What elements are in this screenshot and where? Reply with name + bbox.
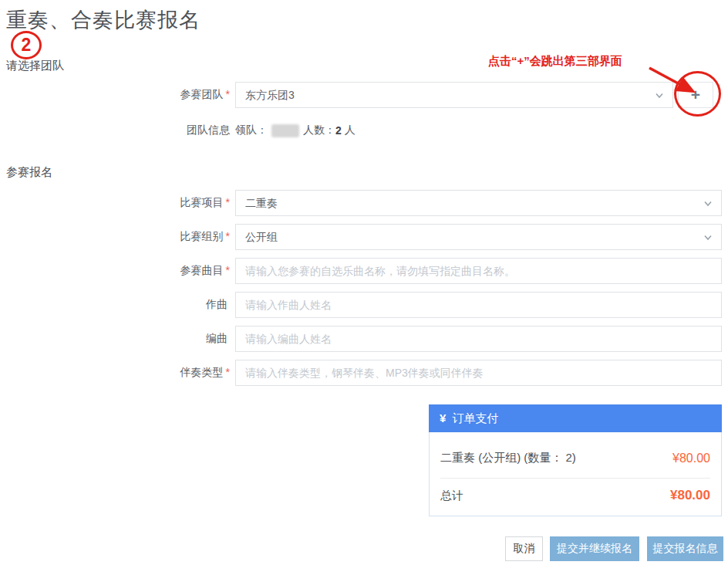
- field-row-group: 比赛组别* 公开组: [0, 224, 722, 250]
- submit-registration-button[interactable]: 提交报名信息: [647, 536, 723, 561]
- step-number: 2: [22, 35, 32, 56]
- add-team-button[interactable]: +: [678, 82, 713, 108]
- step-2-annotation-circle: 2: [11, 31, 42, 59]
- field-row-event: 比赛项目* 二重奏: [0, 190, 722, 216]
- payment-item-price: ¥80.00: [672, 452, 710, 465]
- chevron-down-icon: [703, 199, 713, 208]
- field-label: 比赛组别*: [0, 230, 235, 244]
- members-count: 2: [335, 124, 342, 137]
- payment-total-row: 总计 ¥80.00: [440, 478, 710, 516]
- event-select-value: 二重奏: [245, 197, 278, 209]
- members-label: 人数：: [303, 123, 335, 137]
- field-label: 作曲: [0, 298, 235, 312]
- field-label: 参赛曲目*: [0, 264, 235, 278]
- field-row-composer: 作曲: [0, 292, 722, 318]
- payment-total-price: ¥80.00: [670, 488, 710, 503]
- payment-item-row: 二重奏 (公开组) (数量： 2) ¥80.00: [440, 432, 710, 478]
- yen-icon: ¥: [440, 411, 446, 425]
- order-payment-body: 二重奏 (公开组) (数量： 2) ¥80.00 总计 ¥80.00: [429, 432, 722, 516]
- order-payment-title: 订单支付: [452, 411, 498, 425]
- chevron-down-icon: [655, 91, 664, 100]
- team-select-value: 东方乐团3: [245, 89, 295, 101]
- order-payment-panel: ¥订单支付 二重奏 (公开组) (数量： 2) ¥80.00 总计 ¥80.00: [429, 404, 722, 516]
- chevron-down-icon: [703, 233, 713, 242]
- required-asterisk: *: [226, 196, 230, 208]
- field-row-accompaniment: 伴奏类型*: [0, 360, 722, 386]
- team-select-row: 参赛团队* 东方乐团3 +: [0, 82, 722, 108]
- required-asterisk: *: [226, 264, 230, 276]
- piece-input[interactable]: [235, 258, 722, 284]
- event-select[interactable]: 二重奏: [235, 190, 722, 216]
- field-label: 伴奏类型*: [0, 366, 235, 380]
- required-asterisk: *: [226, 88, 230, 100]
- payment-item-name: 二重奏 (公开组) (数量： 2): [440, 451, 576, 465]
- section-title-registration: 参赛报名: [6, 165, 52, 180]
- composer-input[interactable]: [235, 292, 722, 318]
- section-title-choose-team: 请选择团队: [6, 59, 64, 73]
- cancel-button[interactable]: 取消: [505, 536, 543, 561]
- required-asterisk: *: [226, 230, 230, 242]
- annotation-note: 点击“+”会跳出第三部界面: [488, 54, 622, 69]
- group-select[interactable]: 公开组: [235, 224, 722, 250]
- payment-total-label: 总计: [440, 489, 463, 503]
- leader-label: 领队：: [235, 123, 268, 137]
- team-info-row: 团队信息 领队： 人数： 2 人: [0, 122, 722, 139]
- arranger-input[interactable]: [235, 326, 722, 352]
- field-row-arranger: 编曲: [0, 326, 722, 352]
- field-label: 编曲: [0, 332, 235, 346]
- leader-name-redacted: [271, 124, 299, 137]
- group-select-value: 公开组: [245, 231, 278, 243]
- required-asterisk: *: [226, 366, 230, 378]
- field-label: 比赛项目*: [0, 196, 235, 210]
- submit-and-continue-button[interactable]: 提交并继续报名: [550, 536, 639, 561]
- page-title: 重奏、合奏比赛报名: [6, 6, 201, 34]
- accompaniment-input[interactable]: [235, 360, 722, 386]
- team-info-value: 领队： 人数： 2 人: [235, 123, 356, 137]
- team-select[interactable]: 东方乐团3: [235, 82, 673, 108]
- order-payment-header: ¥订单支付: [429, 404, 722, 432]
- team-info-label: 团队信息: [0, 123, 235, 137]
- field-row-piece: 参赛曲目*: [0, 258, 722, 284]
- team-field-label: 参赛团队*: [0, 88, 235, 102]
- members-unit: 人: [345, 123, 356, 137]
